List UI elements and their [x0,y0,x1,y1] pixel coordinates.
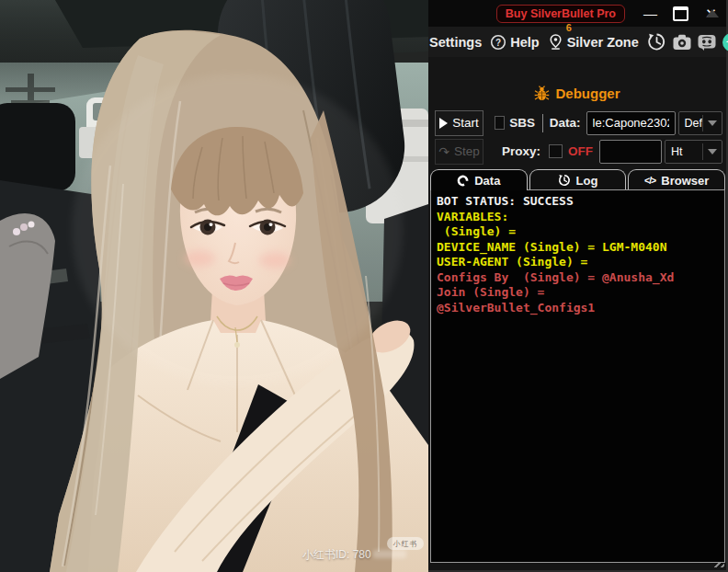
tab-log[interactable]: Log [529,169,627,190]
debugger-header: Debugger [428,86,726,101]
watermark-id-text: 小红书ID: 780 [302,547,406,563]
car-selfie-illustration [0,0,428,572]
console-line: BOT STATUS: SUCCESS [437,194,719,210]
console-line: Configs By (Single) = @Anusha_Xd [437,270,719,286]
step-arrow-icon: ↷ [438,145,449,158]
silver-zone-badge: 6 [566,22,572,33]
console-line: VARIABLES: [437,210,719,225]
maximize-icon [673,6,688,21]
camera-icon[interactable] [672,32,692,52]
debugger-title: Debugger [555,86,620,101]
tab-browser[interactable]: </> Browser [628,169,725,190]
tab-data[interactable]: Data [430,169,528,190]
svg-text:?: ? [495,37,501,47]
ring-icon [457,175,469,187]
history-icon[interactable] [647,32,667,52]
data-label: Data: [550,116,581,130]
chevron-down-icon [703,149,722,154]
help-icon: ? [490,34,506,51]
proxy-label: Proxy: [502,144,540,158]
proxy-off-status: OFF [568,144,593,158]
proxy-type-dropdown[interactable]: Ht [665,140,722,164]
titlebar: Buy SilverBullet Pro — ✕ [428,0,726,27]
maximize-button[interactable] [665,2,696,26]
step-button[interactable]: ↷ Step [435,139,483,165]
car-selfie-photo: 小红书 小红书ID: 780 [0,0,428,572]
menubar: Settings ? Help 6 Silver Zone [428,27,726,57]
buy-silverbullet-pro-button[interactable]: Buy SilverBullet Pro [496,5,625,23]
console-line: @SilverBullet_Configs1 [437,301,719,316]
tab-browser-label: Browser [661,174,709,188]
divider [542,114,543,132]
console-line: (Single) = [437,224,719,240]
start-button[interactable]: Start [435,110,483,136]
console-output[interactable]: BOT STATUS: SUCCESSVARIABLES: (Single) =… [430,189,725,563]
discord-icon[interactable] [697,32,717,52]
data-input[interactable] [586,111,676,135]
chevron-down-icon [703,120,722,126]
control-row-1: Start SBS Data: Def [435,109,722,136]
menu-silver-zone[interactable]: 6 Silver Zone [548,33,639,51]
menu-silver-zone-label: Silver Zone [567,35,639,50]
bug-icon [534,86,550,101]
start-label: Start [452,116,479,130]
step-label: Step [454,144,480,158]
proxy-type-value: Ht [665,145,702,158]
menu-help[interactable]: ? Help [490,34,539,51]
play-icon [439,118,448,129]
scroll-up-arrow[interactable] [706,9,719,17]
debugger-controls: Start SBS Data: Def ↷ Step Proxy: OFF H [435,109,722,166]
menu-help-label: Help [510,35,539,50]
location-pin-icon [548,33,563,51]
sbs-label: SBS [509,116,535,130]
history-icon [558,174,571,187]
data-type-value: Def [679,117,702,130]
code-icon: </> [644,175,655,186]
console-line: Join (Single) = [437,285,719,301]
console-line: USER-AGENT (Single) = [437,255,719,270]
console-line: DEVICE_NAME (Single) = LGM-M040N [437,240,719,256]
sbs-checkbox[interactable] [495,116,505,130]
watermark-blurred-digits [373,550,406,558]
telegram-icon[interactable] [722,32,728,52]
menubar-icons [647,32,728,52]
proxy-checkbox[interactable] [549,144,563,158]
control-row-2: ↷ Step Proxy: OFF Ht [435,138,722,165]
tab-log-label: Log [576,174,598,188]
console-tabs: Data Log </> Browser [430,169,725,190]
silverbullet-panel: Buy SilverBullet Pro — ✕ Settings ? Help… [428,0,728,572]
minimize-button[interactable]: — [635,2,665,26]
proxy-input[interactable] [599,140,662,164]
menu-settings[interactable]: Settings [429,35,482,50]
data-type-dropdown[interactable]: Def [678,111,722,135]
tab-data-label: Data [474,174,500,188]
